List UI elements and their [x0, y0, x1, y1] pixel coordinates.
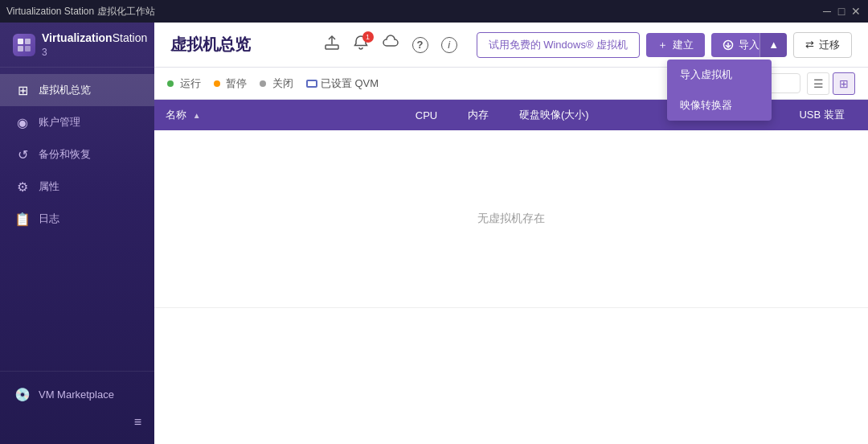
import-button-group: 导入 ▲	[711, 33, 787, 57]
sidebar-item-logs[interactable]: 📋 日志	[0, 203, 154, 235]
sidebar-logo: VirtualizationStation 3	[0, 23, 154, 68]
sidebar-item-account[interactable]: ◉ 账户管理	[0, 106, 154, 138]
migrate-button[interactable]: ⇄ 迁移	[793, 32, 852, 58]
properties-icon: ⚙	[14, 179, 31, 195]
sidebar-bottom: 💿 VM Marketplace ≡	[0, 371, 154, 444]
vm-marketplace-icon: 💿	[14, 386, 31, 402]
svg-rect-4	[326, 45, 338, 49]
header-actions: 试用免费的 Windows® 虚拟机 ＋ 建立 导入	[477, 32, 852, 58]
import-button[interactable]: 导入	[711, 33, 760, 57]
app-title: Virtualization Station 虚拟化工作站	[6, 5, 155, 18]
svg-rect-0	[18, 39, 23, 44]
logo-icon	[13, 34, 35, 56]
sidebar-nav: ⊞ 虚拟机总览 ◉ 账户管理 ↺ 备份和恢复 ⚙ 属性 📋 日志	[0, 68, 154, 371]
view-toggle: ☰ ⊞	[807, 72, 855, 95]
sidebar-collapse-area: ≡	[0, 409, 154, 436]
minimize-button[interactable]: ─	[821, 6, 833, 17]
import-label: 导入	[739, 38, 760, 52]
status-stopped: 关闭	[260, 76, 293, 91]
paused-dot	[214, 80, 220, 87]
maximize-button[interactable]: □	[836, 6, 847, 17]
running-dot	[167, 80, 174, 87]
sidebar-item-label: 日志	[39, 212, 59, 226]
logo-text-container: VirtualizationStation 3	[42, 31, 147, 59]
account-icon: ◉	[14, 114, 31, 130]
logs-icon: 📋	[14, 211, 31, 227]
empty-state-row: 无虚拟机存在	[154, 130, 868, 308]
sidebar-item-backup[interactable]: ↺ 备份和恢复	[0, 138, 154, 171]
import-dropdown-menu: 导入虚拟机 映像转换器	[667, 60, 772, 121]
page-title: 虚拟机总览	[170, 34, 251, 56]
col-cpu[interactable]: CPU	[404, 100, 457, 130]
top-bar-icons: 1 ? i	[324, 35, 457, 55]
vm-overview-icon: ⊞	[14, 82, 31, 98]
close-button[interactable]: ✕	[850, 6, 862, 17]
import-icon	[723, 39, 734, 51]
cloud-icon[interactable]	[382, 35, 399, 55]
svg-rect-1	[25, 39, 31, 44]
col-name[interactable]: 名称 ▲	[154, 100, 404, 130]
sidebar-item-label: 备份和恢复	[39, 147, 91, 162]
create-label: 建立	[673, 38, 694, 52]
sidebar: VirtualizationStation 3 ⊞ 虚拟机总览 ◉ 账户管理 ↺…	[0, 23, 154, 444]
trial-button[interactable]: 试用免费的 Windows® 虚拟机	[477, 32, 641, 58]
dropdown-item-image-converter[interactable]: 映像转换器	[667, 90, 772, 121]
sidebar-item-vm-overview[interactable]: ⊞ 虚拟机总览	[0, 74, 154, 106]
logo-version: 3	[42, 47, 47, 58]
col-memory[interactable]: 内存	[457, 100, 508, 130]
notification-badge: 1	[362, 31, 374, 43]
sidebar-item-vm-marketplace[interactable]: 💿 VM Marketplace	[0, 380, 154, 409]
main-content: 虚拟机总览	[154, 23, 868, 444]
import-dropdown-button[interactable]: ▲	[760, 33, 787, 57]
notification-icon[interactable]: 1	[353, 35, 369, 55]
list-view-button[interactable]: ☰	[807, 72, 829, 95]
sidebar-item-label: 属性	[39, 179, 59, 194]
sidebar-item-label: 账户管理	[39, 115, 80, 130]
upload-icon[interactable]	[324, 35, 340, 55]
migrate-icon: ⇄	[805, 39, 814, 51]
sidebar-collapse-button[interactable]: ≡	[134, 415, 141, 430]
grid-view-button[interactable]: ⊞	[833, 72, 855, 95]
migrate-label: 迁移	[819, 38, 840, 52]
status-qvm: 已设置 QVM	[306, 76, 379, 91]
svg-rect-3	[25, 46, 31, 51]
help-icon[interactable]: ?	[412, 37, 428, 53]
sidebar-item-label: 虚拟机总览	[39, 83, 91, 97]
status-running: 运行	[167, 76, 201, 91]
vm-table: 名称 ▲ CPU 内存 硬盘映像(大小) IP 地址	[154, 100, 868, 308]
sidebar-item-properties[interactable]: ⚙ 属性	[0, 171, 154, 203]
empty-state-message: 无虚拟机存在	[166, 138, 857, 299]
create-button[interactable]: ＋ 建立	[646, 33, 705, 57]
qvm-icon	[306, 80, 317, 88]
sort-icon: ▲	[193, 111, 201, 120]
title-bar-controls: ─ □ ✕	[821, 6, 862, 17]
create-plus-icon: ＋	[657, 38, 668, 52]
title-bar-left: Virtualization Station 虚拟化工作站	[6, 5, 155, 18]
svg-rect-2	[18, 46, 23, 51]
title-bar: Virtualization Station 虚拟化工作站 ─ □ ✕	[0, 0, 868, 23]
table-container: 名称 ▲ CPU 内存 硬盘映像(大小) IP 地址	[154, 100, 868, 444]
dropdown-item-import-vm[interactable]: 导入虚拟机	[667, 60, 772, 90]
col-usb[interactable]: USB 装置	[788, 100, 868, 130]
backup-icon: ↺	[14, 146, 31, 162]
info-icon[interactable]: i	[441, 37, 457, 53]
logo-text: VirtualizationStation 3	[42, 31, 147, 59]
status-indicators: 运行 暂停 关闭 已设置 QVM	[167, 76, 379, 91]
status-paused: 暂停	[214, 76, 248, 91]
main-header: 虚拟机总览	[154, 23, 868, 68]
app-container: VirtualizationStation 3 ⊞ 虚拟机总览 ◉ 账户管理 ↺…	[0, 23, 868, 444]
sidebar-item-label: VM Marketplace	[39, 388, 114, 401]
stopped-dot	[260, 80, 266, 87]
